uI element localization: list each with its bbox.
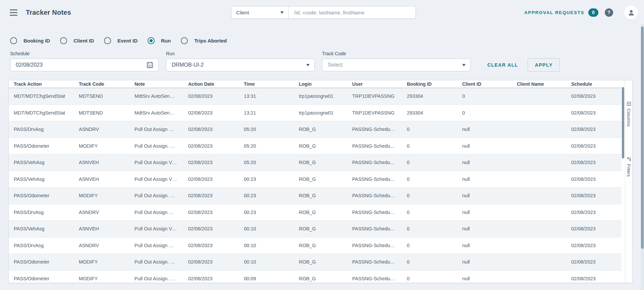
schedule-value: 02/08/2023 bbox=[16, 62, 43, 68]
table-cell: PASSNG-Schedu… bbox=[347, 204, 402, 221]
page-scrollbar-thumb[interactable] bbox=[641, 26, 644, 249]
track-code-select[interactable]: Select bbox=[322, 59, 471, 71]
table-row[interactable]: PASS/DrvAsgASNDRVPull Out Assign …02/08/… bbox=[9, 204, 622, 221]
approval-count-badge: 0 bbox=[588, 8, 598, 17]
table-cell: PASSNG-Schedu… bbox=[347, 254, 402, 270]
table-cell: null bbox=[457, 171, 512, 188]
table-cell: ASNVEH bbox=[74, 171, 129, 188]
table-row[interactable]: PASS/OdometerMODIFYPull Out Assign. …02/… bbox=[9, 138, 622, 155]
table-cell bbox=[512, 171, 566, 188]
table-row[interactable]: PASS/OdometerMODIFYPull Out Assign. …02/… bbox=[9, 271, 622, 283]
schedule-date-input[interactable]: 02/08/2023 bbox=[10, 59, 159, 71]
table-cell: MODIFY bbox=[74, 138, 129, 154]
radio-label: Client ID bbox=[73, 38, 94, 44]
column-header-client-id[interactable]: Client ID bbox=[457, 80, 512, 88]
column-header-track-action[interactable]: Track Action bbox=[9, 80, 74, 88]
radio-label: Run bbox=[161, 38, 171, 44]
table-cell: ROB_G bbox=[294, 188, 347, 204]
radio-unselected-icon[interactable] bbox=[181, 37, 188, 44]
table-cell: MdtSrv AutoSen… bbox=[129, 88, 183, 104]
table-cell: 0 bbox=[402, 121, 457, 138]
table-row[interactable]: MDT/MDTChgSendStatMDTSENDMdtSrv AutoSen…… bbox=[9, 105, 622, 122]
column-header-action-date[interactable]: Action Date bbox=[183, 80, 239, 88]
search-input[interactable] bbox=[289, 6, 416, 18]
results-table: Track ActionTrack CodeNoteAction DateTim… bbox=[9, 80, 622, 283]
table-cell: MODIFY bbox=[74, 188, 129, 204]
table-header-row: Track ActionTrack CodeNoteAction DateTim… bbox=[9, 80, 622, 88]
column-header-schedule[interactable]: Schedule bbox=[566, 80, 622, 88]
table-cell: 02/08/2023 bbox=[183, 138, 239, 154]
table-row[interactable]: PASS/VehAsgASNVEHPull Out Assign V…02/08… bbox=[9, 221, 622, 237]
table-cell: null bbox=[457, 221, 512, 237]
table-cell: 02/08/2023 bbox=[183, 154, 239, 171]
table-row[interactable]: PASS/VehAsgASNVEHPull Out Assign V…02/08… bbox=[9, 171, 622, 188]
table-row[interactable]: MDT/MDTChgSendStatMDTSENDMdtSrv AutoSen…… bbox=[9, 88, 622, 105]
column-header-time[interactable]: Time bbox=[239, 80, 294, 88]
column-header-booking-id[interactable]: Booking ID bbox=[402, 80, 457, 88]
table-cell: 0 bbox=[457, 88, 512, 104]
table-cell: TRP1DEVPASSNG bbox=[347, 105, 402, 121]
filters-tab[interactable]: Filters bbox=[626, 157, 631, 177]
approval-requests-link[interactable]: APPROVAL REQUESTS bbox=[524, 10, 584, 15]
columns-tab[interactable]: Columns bbox=[626, 102, 631, 127]
table-cell: 00:23 bbox=[239, 204, 294, 221]
column-header-note[interactable]: Note bbox=[129, 80, 183, 88]
table-cell: PASS/VehAsg bbox=[9, 221, 74, 237]
table-row[interactable]: PASS/DrvAsgASNDRVPull Out Assign …02/08/… bbox=[9, 121, 622, 138]
help-icon[interactable]: ? bbox=[605, 8, 613, 17]
table-cell bbox=[512, 88, 566, 104]
search-type-radio-group: Booking IDClient IDEvent IDRunTrips Abor… bbox=[10, 36, 634, 45]
track-code-value: Select bbox=[328, 62, 342, 68]
radio-unselected-icon[interactable] bbox=[10, 37, 17, 44]
table-cell bbox=[512, 204, 566, 221]
table-cell: ASNDRV bbox=[74, 204, 129, 221]
radio-selected-icon[interactable] bbox=[148, 37, 155, 44]
avatar[interactable] bbox=[624, 6, 638, 19]
top-bar: Tracker Notes Client APPROVAL REQUESTS 0… bbox=[0, 0, 644, 25]
table-cell: Pull Out Assign V… bbox=[129, 154, 183, 171]
table-cell: PASSNG-Schedu… bbox=[347, 121, 402, 138]
radio-trips-aborted[interactable]: Trips Aborted bbox=[181, 37, 227, 44]
table-cell bbox=[512, 105, 566, 121]
radio-booking-id[interactable]: Booking ID bbox=[10, 37, 50, 44]
results-table-card: Track ActionTrack CodeNoteAction DateTim… bbox=[8, 80, 633, 283]
column-header-user[interactable]: User bbox=[347, 80, 402, 88]
radio-client-id[interactable]: Client ID bbox=[60, 37, 94, 44]
search-category-dropdown[interactable]: Client bbox=[231, 6, 288, 18]
search-control: Client bbox=[231, 6, 416, 19]
schedule-field-group: Schedule 02/08/2023 bbox=[10, 51, 159, 71]
table-row[interactable]: PASS/DrvAsgASNDRVPull Out Assign …02/08/… bbox=[9, 237, 622, 254]
radio-unselected-icon[interactable] bbox=[60, 37, 67, 44]
table-cell: Pull Out Assign. … bbox=[129, 188, 183, 204]
table-cell bbox=[512, 221, 566, 237]
table-row[interactable]: PASS/OdometerMODIFYPull Out Assign. …02/… bbox=[9, 254, 622, 271]
table-cell: null bbox=[457, 121, 512, 138]
table-row[interactable]: PASS/VehAsgASNVEHPull Out Assign V…02/08… bbox=[9, 154, 622, 171]
table-scrollbar[interactable] bbox=[622, 80, 625, 283]
radio-event-id[interactable]: Event ID bbox=[104, 37, 138, 44]
table-scrollbar-thumb[interactable] bbox=[622, 87, 624, 158]
clear-all-button[interactable]: CLEAR ALL bbox=[487, 62, 518, 68]
track-code-field-group: Track Code Select bbox=[322, 51, 471, 71]
calendar-icon[interactable] bbox=[146, 61, 154, 69]
column-header-track-code[interactable]: Track Code bbox=[74, 80, 129, 88]
table-body: MDT/MDTChgSendStatMDTSENDMdtSrv AutoSen…… bbox=[9, 88, 622, 283]
column-header-client-name[interactable]: Client Name bbox=[512, 80, 566, 88]
table-cell: 00:09 bbox=[239, 271, 294, 283]
column-header-login[interactable]: Login bbox=[294, 80, 347, 88]
page-scrollbar[interactable] bbox=[641, 25, 644, 290]
run-select[interactable]: DRMOB-UI-2 bbox=[166, 59, 315, 71]
table-cell: 00:23 bbox=[239, 171, 294, 188]
table-cell: ROB_G bbox=[294, 121, 347, 138]
table-cell: Pull Out Assign. … bbox=[129, 138, 183, 154]
table-cell bbox=[512, 121, 566, 138]
table-row[interactable]: PASS/OdometerMODIFYPull Out Assign. …02/… bbox=[9, 188, 622, 204]
table-cell: 05:20 bbox=[239, 138, 294, 154]
apply-button[interactable]: APPLY bbox=[528, 58, 560, 72]
radio-run[interactable]: Run bbox=[148, 37, 171, 44]
radio-unselected-icon[interactable] bbox=[104, 37, 111, 44]
table-cell: 293304 bbox=[402, 105, 457, 121]
table-cell: 0 bbox=[457, 105, 512, 121]
table-cell: 0 bbox=[402, 154, 457, 171]
menu-icon[interactable] bbox=[10, 9, 18, 16]
